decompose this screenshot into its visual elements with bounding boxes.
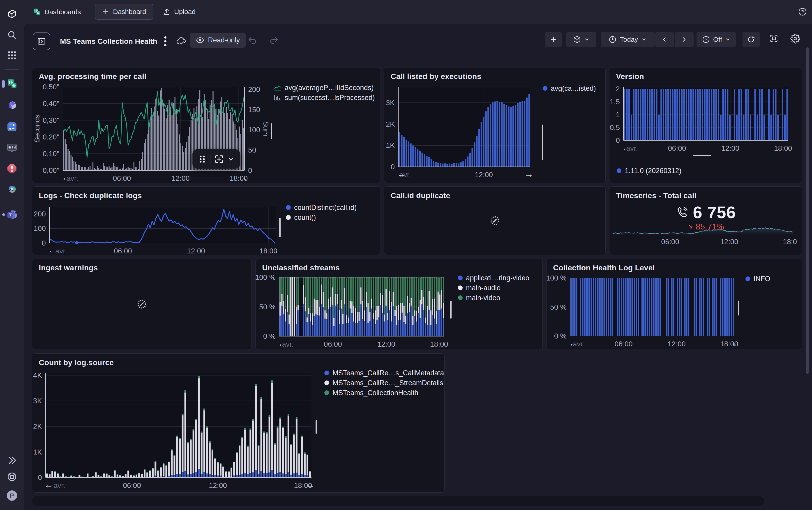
legend-item[interactable]: MSTeams_CollectionHealth <box>324 389 444 396</box>
svg-text:100 %: 100 % <box>546 274 567 282</box>
auto-refresh-button[interactable]: Off <box>696 32 736 47</box>
divider <box>210 154 210 164</box>
chart-unclassified-streams[interactable]: 0 %50 %100 %avr.06:0012:0018:00←→ <box>255 259 542 349</box>
sidebar-expand-icon[interactable] <box>6 455 18 466</box>
svg-text:12:00: 12:00 <box>209 481 227 489</box>
legend-item[interactable]: 1.11.0 (20260312) <box>617 167 682 174</box>
legend-marker <box>274 85 281 91</box>
legend-item[interactable]: main-video <box>458 294 530 302</box>
legend-item[interactable]: MSTeams_CallRe…_StreamDetails <box>324 379 444 387</box>
svg-text:200: 200 <box>34 210 46 218</box>
add-widget-button[interactable] <box>545 32 562 47</box>
undo-icon[interactable] <box>248 36 257 45</box>
legend[interactable]: avg(averageP…llIdSeconds)sum(successf…ls… <box>274 84 375 101</box>
legend-marker <box>324 390 329 395</box>
svg-text:4K: 4K <box>33 371 42 379</box>
legend[interactable]: INFO <box>746 275 770 283</box>
logscale-logo[interactable] <box>6 8 18 20</box>
legend-marker <box>324 380 329 385</box>
svg-text:2: 2 <box>616 85 620 93</box>
panel-count-by-logsource: Count by log.source 01K2K3K4Kavr.06:0012… <box>32 353 445 492</box>
legend-item[interactable]: applicati…ring-video <box>458 274 530 282</box>
chart-version[interactable]: 00,511,52avr.06:0012:0018:00←→ <box>609 67 802 183</box>
zoom-to-area-icon[interactable] <box>214 154 223 164</box>
redo-icon[interactable] <box>269 36 278 45</box>
topbar: Dashboards Dashboard Upload ? <box>0 0 812 24</box>
chart-timeseries-total[interactable]: 06:0012:0018:0 <box>609 187 802 255</box>
svg-text:→: → <box>728 338 738 348</box>
legend-marker <box>543 86 547 91</box>
svg-text:avr.: avr. <box>55 247 67 255</box>
sidebar-app-monitoring[interactable] <box>6 143 18 154</box>
sidebar-app-dashboards[interactable] <box>6 79 18 89</box>
support-lifebuoy-icon[interactable] <box>6 472 18 482</box>
svg-text:←: ← <box>48 245 57 255</box>
legend[interactable]: applicati…ring-videomain-audiomain-video <box>458 274 530 302</box>
legend-item[interactable]: avg(ca…isted) <box>543 85 596 92</box>
fullscreen-icon[interactable] <box>769 34 779 43</box>
legend-marker <box>458 285 462 290</box>
svg-text:←: ← <box>278 339 287 348</box>
plus-icon <box>550 36 558 43</box>
time-shift-forward-button[interactable] <box>674 32 694 47</box>
svg-text:0,20": 0,20" <box>42 133 59 141</box>
legend[interactable]: MSTeams_CallRe…s_CallMetadataMSTeams_Cal… <box>324 369 444 396</box>
legend-label: avg(ca…isted) <box>551 84 596 92</box>
upload-button[interactable]: Upload <box>158 4 201 20</box>
sidebar-app-alerts[interactable] <box>6 163 18 174</box>
sidebar-app-workflows[interactable] <box>6 121 18 132</box>
legend[interactable]: countDistinct(call.id)count() <box>286 204 357 221</box>
svg-text:50: 50 <box>248 146 256 154</box>
chart-log-level[interactable]: 0 %50 %100 %avr.06:0012:0018:00←→ <box>546 259 802 349</box>
new-dashboard-button[interactable]: Dashboard <box>95 4 153 20</box>
legend-item[interactable]: avg(averageP…llIdSeconds) <box>274 84 375 91</box>
legend-item[interactable]: main-audio <box>458 284 530 291</box>
legend-label: MSTeams_CollectionHealth <box>332 389 418 397</box>
svg-text:100 %: 100 % <box>255 273 276 281</box>
drag-handle-icon[interactable] <box>199 154 206 164</box>
parameter-panel-toggle-button[interactable] <box>33 32 50 50</box>
user-avatar[interactable]: P <box>7 490 17 501</box>
package-menu-button[interactable] <box>566 32 596 47</box>
legend-label: MSTeams_CallRe…_StreamDetails <box>332 379 443 387</box>
svg-text:←: ← <box>397 169 406 179</box>
kebab-menu-icon[interactable] <box>162 35 169 47</box>
sidebar-app-packages[interactable] <box>6 100 18 111</box>
legend-item[interactable]: countDistinct(call.id) <box>286 204 357 211</box>
svg-text:0,10": 0,10" <box>42 150 59 158</box>
settings-gear-icon[interactable] <box>790 34 800 44</box>
sidebar-app-msteams[interactable] <box>6 209 18 220</box>
apps-grid-icon[interactable] <box>6 50 18 61</box>
legend-item[interactable]: INFO <box>746 275 770 283</box>
svg-text:→: → <box>782 143 791 152</box>
svg-text:0: 0 <box>248 166 252 174</box>
panel-logs-duplicate: Logs - Check duplicate logs 0100200avr.0… <box>32 187 380 255</box>
breadcrumb[interactable]: Dashboards <box>33 0 81 24</box>
time-shift-back-button[interactable] <box>655 32 674 47</box>
legend-item[interactable]: sum(successf…lsProcessed) <box>274 94 375 101</box>
panel-hover-toolbar <box>192 149 240 169</box>
legend-label: sum(successf…lsProcessed) <box>284 94 375 102</box>
loading-spinner <box>32 259 251 349</box>
legend[interactable]: 1.11.0 (20260312) <box>617 167 682 174</box>
legend-marker <box>286 215 291 220</box>
panel-version: Version 00,511,52avr.06:0012:0018:00←→ 1… <box>609 67 802 183</box>
refresh-icon <box>747 36 755 43</box>
legend-item[interactable]: MSTeams_CallRe…s_CallMetadata <box>324 369 444 377</box>
chevron-down-icon[interactable] <box>228 156 234 163</box>
breadcrumb-label: Dashboards <box>44 8 81 16</box>
help-icon[interactable]: ? <box>798 7 807 16</box>
search-icon[interactable] <box>6 30 18 40</box>
svg-text:12:00: 12:00 <box>475 171 493 179</box>
svg-text:avr.: avr. <box>54 481 65 489</box>
readonly-badge[interactable]: Read-only <box>190 33 246 48</box>
chevron-down-icon <box>725 37 730 42</box>
legend-item[interactable]: count() <box>286 214 357 221</box>
svg-text:0,00": 0,00" <box>42 166 59 174</box>
sidebar-app-connect[interactable] <box>6 183 18 194</box>
refresh-button[interactable] <box>743 32 760 47</box>
svg-text:100: 100 <box>34 224 46 232</box>
legend[interactable]: avg(ca…isted) <box>543 85 596 92</box>
page-scrollbar[interactable] <box>806 47 809 374</box>
time-range-button[interactable]: Today <box>601 32 655 47</box>
